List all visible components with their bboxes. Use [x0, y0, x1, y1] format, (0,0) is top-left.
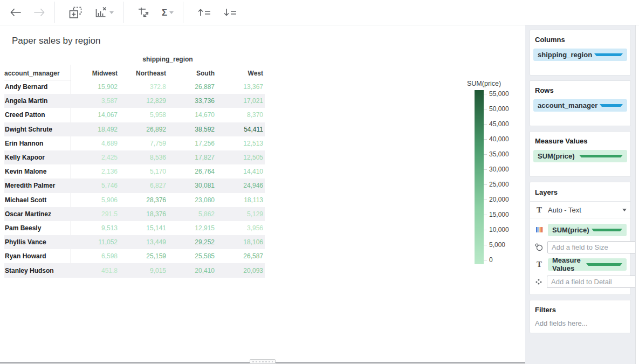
- column-header-northeast[interactable]: Northeast: [119, 70, 168, 80]
- layer-type-selector[interactable]: T Auto - Text: [530, 202, 630, 218]
- value-cell[interactable]: 18,376: [119, 210, 168, 218]
- columns-field-pill[interactable]: shipping_region: [533, 49, 627, 61]
- value-cell[interactable]: 12,915: [168, 224, 216, 232]
- row-label[interactable]: Kevin Malone: [4, 168, 71, 175]
- value-cell[interactable]: 26,764: [168, 168, 216, 175]
- value-cell[interactable]: 12,505: [216, 154, 265, 161]
- value-cell[interactable]: 24,946: [216, 182, 265, 189]
- collapsed-panel-edge[interactable]: [635, 25, 639, 364]
- value-cell[interactable]: 2,136: [71, 168, 119, 175]
- value-cell[interactable]: 15,902: [71, 83, 119, 91]
- value-cell[interactable]: 26,892: [119, 126, 168, 133]
- value-cell[interactable]: 451.8: [71, 267, 119, 274]
- value-cell[interactable]: 17,827: [168, 154, 216, 161]
- value-cell[interactable]: 291.5: [71, 210, 119, 218]
- filters-drop-hint[interactable]: Add fields here...: [533, 319, 627, 327]
- back-button[interactable]: [6, 6, 25, 19]
- value-cell[interactable]: 11,052: [71, 238, 119, 246]
- legend-gradient-bar[interactable]: [475, 90, 484, 264]
- toolbar-separator: [123, 2, 123, 23]
- color-field-pill[interactable]: SUM(price): [548, 224, 627, 236]
- grip-dots-icon: [252, 361, 273, 362]
- value-cell[interactable]: 12,829: [119, 97, 168, 105]
- detail-field-input[interactable]: [547, 276, 639, 288]
- forward-button[interactable]: [30, 6, 49, 19]
- value-cell[interactable]: 13,367: [216, 83, 265, 91]
- row-label[interactable]: Kelly Kapoor: [4, 154, 71, 161]
- row-label[interactable]: Stanley Hudson: [4, 267, 71, 274]
- value-cell[interactable]: 7,759: [119, 140, 168, 147]
- row-label[interactable]: Pam Beesly: [4, 224, 71, 232]
- value-cell[interactable]: 2,425: [71, 154, 119, 161]
- rows-field-pill[interactable]: account_manager: [533, 99, 627, 112]
- legend-tick-label: 10,000: [489, 226, 509, 233]
- value-cell[interactable]: 14,410: [216, 168, 265, 175]
- row-label[interactable]: Phyllis Vance: [4, 238, 71, 246]
- row-label[interactable]: Dwight Schrute: [4, 126, 71, 133]
- value-cell[interactable]: 38,592: [168, 126, 216, 133]
- value-cell[interactable]: 4,689: [71, 140, 119, 147]
- value-cell[interactable]: 20,093: [216, 267, 265, 274]
- value-cell[interactable]: 25,585: [168, 252, 216, 260]
- value-cell[interactable]: 26,887: [168, 83, 216, 91]
- text-field-pill[interactable]: Measure Values: [548, 258, 627, 271]
- sort-descending-button[interactable]: [220, 6, 241, 19]
- value-cell[interactable]: 26,587: [216, 252, 265, 260]
- value-cell[interactable]: 20,410: [168, 267, 216, 274]
- value-cell[interactable]: 14,067: [71, 111, 119, 119]
- value-cell[interactable]: 6,827: [119, 182, 168, 189]
- value-cell[interactable]: 13,449: [119, 238, 168, 246]
- new-visualization-button[interactable]: [66, 4, 86, 21]
- column-header-south[interactable]: South: [168, 70, 216, 80]
- row-dimension-label[interactable]: account_manager: [4, 70, 71, 80]
- value-cell[interactable]: 6,598: [71, 252, 119, 260]
- value-cell[interactable]: 17,021: [216, 97, 265, 105]
- value-cell[interactable]: 8,370: [216, 111, 265, 119]
- size-field-input[interactable]: [547, 241, 639, 253]
- value-cell[interactable]: 18,113: [216, 196, 265, 204]
- row-label[interactable]: Meredith Palmer: [4, 182, 71, 189]
- value-cell[interactable]: 3,587: [71, 97, 119, 105]
- row-label[interactable]: Oscar Martinez: [4, 210, 71, 218]
- row-label[interactable]: Creed Patton: [4, 111, 71, 119]
- swap-axes-button[interactable]: [134, 4, 153, 20]
- aggregate-button[interactable]: Σ: [159, 6, 177, 19]
- value-cell[interactable]: 5,862: [168, 210, 216, 218]
- value-cell[interactable]: 8,536: [119, 154, 168, 161]
- row-label[interactable]: Erin Hannon: [4, 140, 71, 147]
- value-cell[interactable]: 23,080: [168, 196, 216, 204]
- value-cell[interactable]: 18,106: [216, 238, 265, 246]
- value-cell[interactable]: 15,141: [119, 224, 168, 232]
- value-cell[interactable]: 14,670: [168, 111, 216, 119]
- value-cell[interactable]: 28,376: [119, 196, 168, 204]
- value-cell[interactable]: 25,159: [119, 252, 168, 260]
- value-cell[interactable]: 5,958: [119, 111, 168, 119]
- value-cell[interactable]: 30,081: [168, 182, 216, 189]
- value-cell[interactable]: 9,015: [119, 267, 168, 274]
- row-label[interactable]: Angela Martin: [4, 97, 71, 105]
- value-cell[interactable]: 29,252: [168, 238, 216, 246]
- rows-field-label: account_manager: [538, 101, 597, 109]
- resize-grip[interactable]: [250, 359, 276, 364]
- value-cell[interactable]: 372.8: [119, 83, 168, 91]
- measure-values-pill[interactable]: SUM(price): [533, 150, 627, 162]
- value-cell[interactable]: 5,906: [71, 196, 119, 204]
- value-cell[interactable]: 12,513: [216, 140, 265, 147]
- row-label[interactable]: Andy Bernard: [4, 83, 71, 91]
- value-cell[interactable]: 33,736: [168, 97, 216, 105]
- remove-chart-button[interactable]: [91, 4, 117, 20]
- value-cell[interactable]: 54,411: [216, 126, 265, 133]
- value-cell[interactable]: 18,492: [71, 126, 119, 133]
- value-cell[interactable]: 17,256: [168, 140, 216, 147]
- value-cell[interactable]: 5,129: [216, 210, 265, 218]
- column-header-midwest[interactable]: Midwest: [71, 70, 119, 80]
- value-cell[interactable]: 3,956: [216, 224, 265, 232]
- value-cell[interactable]: 5,170: [119, 168, 168, 175]
- sort-ascending-button[interactable]: [194, 6, 215, 19]
- column-header-west[interactable]: West: [216, 70, 265, 80]
- table-row: Phyllis Vance11,05213,44929,25218,106: [4, 235, 265, 249]
- row-label[interactable]: Ryan Howard: [4, 252, 71, 260]
- value-cell[interactable]: 9,513: [71, 224, 119, 232]
- row-label[interactable]: Michael Scott: [4, 196, 71, 204]
- value-cell[interactable]: 5,746: [71, 182, 119, 189]
